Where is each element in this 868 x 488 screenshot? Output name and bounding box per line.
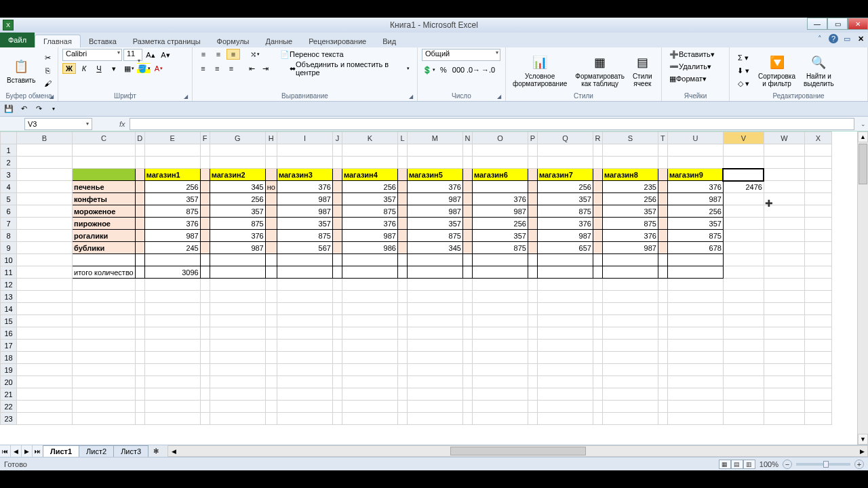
comma-format-button[interactable]: 000 — [452, 64, 465, 75]
cell-L23[interactable] — [397, 413, 407, 425]
cell-H12[interactable] — [265, 279, 277, 291]
cell-C7[interactable]: пирожное — [73, 218, 136, 230]
close-button[interactable]: ✕ — [848, 18, 868, 30]
cell-I20[interactable] — [277, 376, 332, 388]
clear-button[interactable]: ◇ ▾ — [734, 78, 753, 89]
cell-S2[interactable] — [602, 157, 658, 169]
cell-I17[interactable] — [277, 340, 332, 352]
cell-K22[interactable] — [342, 401, 397, 413]
cell-L1[interactable] — [397, 144, 407, 157]
cell-B3[interactable] — [17, 169, 73, 181]
cell-L14[interactable] — [397, 303, 407, 315]
formula-input[interactable] — [130, 118, 854, 130]
cell-P6[interactable] — [528, 205, 537, 218]
cell-D22[interactable] — [135, 401, 144, 413]
cell-H5[interactable] — [265, 193, 277, 205]
cell-U6[interactable]: 256 — [667, 205, 723, 218]
cell-Q10[interactable] — [537, 254, 593, 266]
cell-J13[interactable] — [332, 291, 342, 303]
format-painter-button[interactable]: 🖌 — [41, 78, 54, 89]
row-header-9[interactable]: 9 — [1, 242, 17, 254]
cell-P9[interactable] — [528, 242, 537, 254]
cell-V18[interactable] — [723, 352, 764, 364]
cell-Q23[interactable] — [537, 413, 593, 425]
cell-G1[interactable] — [210, 144, 265, 157]
cell-C4[interactable]: печенье — [73, 181, 136, 193]
scroll-down-arrow[interactable]: ▼ — [858, 434, 868, 445]
cell-S22[interactable] — [602, 401, 658, 413]
cell-F8[interactable] — [200, 230, 210, 242]
cell-J15[interactable] — [332, 315, 342, 327]
cell-B19[interactable] — [17, 364, 73, 376]
fx-icon[interactable]: fx — [119, 120, 125, 128]
cell-N8[interactable] — [462, 230, 472, 242]
cell-R23[interactable] — [593, 413, 602, 425]
cell-J21[interactable] — [332, 388, 342, 401]
cell-T4[interactable] — [658, 181, 667, 193]
cell-D16[interactable] — [135, 327, 144, 340]
cell-I7[interactable]: 357 — [277, 218, 332, 230]
cell-H15[interactable] — [265, 315, 277, 327]
font-size-select[interactable]: 11 — [123, 49, 142, 61]
cell-M1[interactable] — [407, 144, 462, 157]
cell-B1[interactable] — [17, 144, 73, 157]
scroll-right-arrow[interactable]: ▶ — [856, 448, 867, 455]
scroll-left-arrow[interactable]: ◀ — [168, 448, 179, 455]
paste-button[interactable]: 📋 Вставить — [4, 56, 38, 85]
cell-K20[interactable] — [342, 376, 397, 388]
cell-L20[interactable] — [397, 376, 407, 388]
cell-T8[interactable] — [658, 230, 667, 242]
cell-X14[interactable] — [804, 303, 831, 315]
cell-Q21[interactable] — [537, 388, 593, 401]
cell-N12[interactable] — [462, 279, 472, 291]
cell-K7[interactable]: 376 — [342, 218, 397, 230]
cell-O20[interactable] — [472, 376, 528, 388]
sheet-tab-1[interactable]: Лист1 — [43, 445, 79, 457]
sheet-nav-next[interactable]: ▶ — [22, 445, 33, 457]
cell-L22[interactable] — [397, 401, 407, 413]
cell-T15[interactable] — [658, 315, 667, 327]
cell-T10[interactable] — [658, 254, 667, 266]
cell-T2[interactable] — [658, 157, 667, 169]
cell-N18[interactable] — [462, 352, 472, 364]
cell-P3[interactable] — [528, 169, 537, 181]
row-header-18[interactable]: 18 — [1, 352, 17, 364]
cell-H7[interactable] — [265, 218, 277, 230]
cell-P1[interactable] — [528, 144, 537, 157]
cell-J2[interactable] — [332, 157, 342, 169]
cell-E17[interactable] — [144, 340, 200, 352]
cell-B9[interactable] — [17, 242, 73, 254]
cell-C10[interactable] — [73, 254, 136, 266]
cell-U12[interactable] — [667, 279, 723, 291]
cell-E22[interactable] — [144, 401, 200, 413]
cell-H19[interactable] — [265, 364, 277, 376]
cell-E7[interactable]: 376 — [144, 218, 200, 230]
cell-H18[interactable] — [265, 352, 277, 364]
cell-F19[interactable] — [200, 364, 210, 376]
cell-G19[interactable] — [210, 364, 265, 376]
cell-S23[interactable] — [602, 413, 658, 425]
cell-N19[interactable] — [462, 364, 472, 376]
cell-T22[interactable] — [658, 401, 667, 413]
cell-N15[interactable] — [462, 315, 472, 327]
cell-O2[interactable] — [472, 157, 528, 169]
cell-T16[interactable] — [658, 327, 667, 340]
cell-N4[interactable] — [462, 181, 472, 193]
cell-P16[interactable] — [528, 327, 537, 340]
cell-C12[interactable] — [73, 279, 136, 291]
name-box-dropdown-icon[interactable]: ▾ — [86, 121, 89, 127]
cell-S16[interactable] — [602, 327, 658, 340]
cell-O11[interactable] — [472, 266, 528, 279]
cell-I19[interactable] — [277, 364, 332, 376]
cell-Q4[interactable]: 256 — [537, 181, 593, 193]
cell-I1[interactable] — [277, 144, 332, 157]
cell-N21[interactable] — [462, 388, 472, 401]
minimize-button[interactable]: — — [807, 18, 827, 30]
cell-V5[interactable] — [723, 193, 764, 205]
cell-P19[interactable] — [528, 364, 537, 376]
cell-N11[interactable] — [462, 266, 472, 279]
cell-W3[interactable] — [764, 169, 804, 181]
cell-F14[interactable] — [200, 303, 210, 315]
cell-M15[interactable] — [407, 315, 462, 327]
cell-E4[interactable]: 256 — [144, 181, 200, 193]
